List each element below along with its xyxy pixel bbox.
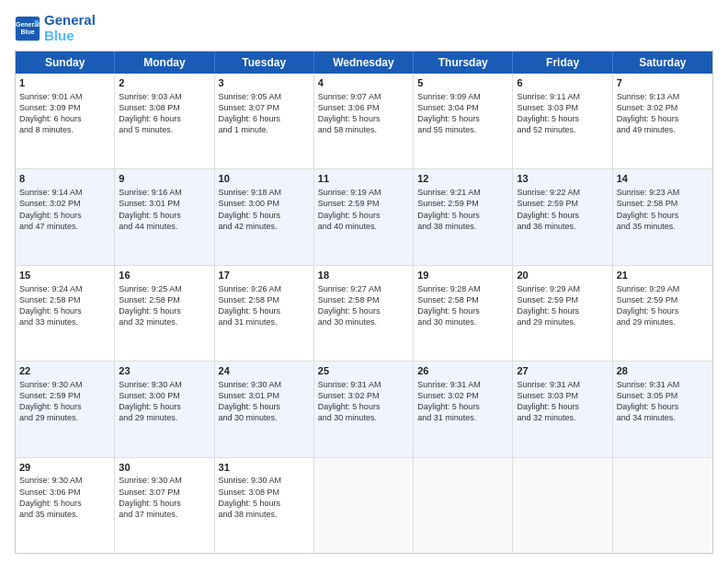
calendar-cell: 5Sunrise: 9:09 AMSunset: 3:04 PMDaylight…	[414, 74, 513, 168]
day-number: 2	[119, 76, 210, 90]
day-info: Daylight: 5 hours	[19, 401, 110, 412]
calendar-cell: 17Sunrise: 9:26 AMSunset: 2:58 PMDayligh…	[215, 266, 314, 361]
day-info: Daylight: 5 hours	[417, 210, 508, 221]
day-info: Sunrise: 9:03 AM	[119, 91, 210, 102]
day-info: and 38 minutes.	[417, 221, 508, 232]
day-info: Daylight: 5 hours	[318, 401, 409, 412]
day-info: and 29 minutes.	[517, 316, 608, 327]
day-number: 5	[417, 76, 508, 90]
day-info: Sunset: 2:59 PM	[517, 294, 608, 305]
calendar-cell: 9Sunrise: 9:16 AMSunset: 3:01 PMDaylight…	[115, 169, 214, 264]
day-number: 7	[617, 76, 709, 90]
day-info: and 38 minutes.	[219, 509, 310, 520]
page: General Blue GeneralBlue SundayMondayTue…	[0, 0, 728, 563]
day-info: Sunset: 2:58 PM	[417, 294, 508, 305]
day-info: Daylight: 5 hours	[318, 210, 409, 221]
header-day-wednesday: Wednesday	[314, 52, 414, 74]
day-info: and 8 minutes.	[19, 124, 110, 135]
day-info: Sunrise: 9:31 AM	[517, 379, 608, 390]
day-info: Daylight: 5 hours	[119, 498, 210, 509]
day-number: 4	[318, 76, 409, 90]
calendar-cell: 8Sunrise: 9:14 AMSunset: 3:02 PMDaylight…	[16, 169, 115, 264]
day-info: Sunrise: 9:30 AM	[219, 475, 310, 486]
calendar-cell: 24Sunrise: 9:30 AMSunset: 3:01 PMDayligh…	[215, 362, 314, 456]
day-number: 17	[219, 269, 310, 282]
day-number: 19	[417, 269, 508, 282]
day-info: Daylight: 5 hours	[219, 498, 310, 509]
day-info: Daylight: 5 hours	[19, 498, 110, 509]
day-info: Sunrise: 9:11 AM	[517, 91, 608, 102]
calendar-cell	[414, 458, 513, 553]
day-info: Sunrise: 9:18 AM	[219, 187, 310, 198]
day-info: Daylight: 6 hours	[19, 113, 110, 124]
day-info: Daylight: 5 hours	[617, 401, 709, 412]
day-info: Daylight: 5 hours	[417, 401, 508, 412]
calendar-cell: 6Sunrise: 9:11 AMSunset: 3:03 PMDaylight…	[513, 74, 612, 168]
calendar-cell: 21Sunrise: 9:29 AMSunset: 2:59 PMDayligh…	[613, 266, 712, 361]
day-info: Daylight: 6 hours	[119, 113, 210, 124]
logo: General Blue GeneralBlue	[15, 13, 96, 43]
day-number: 11	[318, 172, 409, 186]
day-info: Sunset: 2:58 PM	[318, 294, 409, 305]
day-info: Daylight: 5 hours	[318, 113, 409, 124]
day-info: Daylight: 5 hours	[219, 305, 310, 316]
day-info: Sunset: 3:01 PM	[219, 390, 310, 401]
day-info: Sunrise: 9:30 AM	[19, 475, 110, 486]
day-info: Sunset: 2:58 PM	[119, 294, 210, 305]
day-info: Sunset: 2:59 PM	[318, 198, 409, 209]
day-info: and 1 minute.	[219, 124, 310, 135]
day-info: and 30 minutes.	[219, 412, 310, 423]
day-info: and 33 minutes.	[19, 316, 110, 327]
calendar-row-4: 22Sunrise: 9:30 AMSunset: 2:59 PMDayligh…	[16, 361, 712, 456]
day-info: and 5 minutes.	[119, 124, 210, 135]
day-info: Sunrise: 9:30 AM	[19, 379, 110, 390]
day-info: Sunset: 3:03 PM	[517, 102, 608, 113]
day-number: 13	[517, 172, 608, 186]
day-number: 27	[517, 364, 608, 378]
day-info: Daylight: 5 hours	[417, 305, 508, 316]
day-info: Sunrise: 9:23 AM	[617, 187, 709, 198]
day-info: Daylight: 5 hours	[219, 210, 310, 221]
calendar-cell: 22Sunrise: 9:30 AMSunset: 2:59 PMDayligh…	[16, 362, 115, 456]
day-info: Sunrise: 9:29 AM	[517, 283, 608, 294]
day-number: 22	[19, 364, 110, 378]
day-info: Daylight: 5 hours	[517, 305, 608, 316]
calendar-cell	[613, 458, 712, 553]
day-info: Sunset: 3:02 PM	[19, 198, 110, 209]
day-info: and 35 minutes.	[19, 509, 110, 520]
day-info: Sunrise: 9:31 AM	[617, 379, 709, 390]
calendar-cell: 19Sunrise: 9:28 AMSunset: 2:58 PMDayligh…	[414, 266, 513, 361]
day-info: Sunset: 3:09 PM	[19, 102, 110, 113]
day-number: 25	[318, 364, 409, 378]
day-info: Sunrise: 9:29 AM	[617, 283, 709, 294]
day-info: Sunset: 3:03 PM	[517, 390, 608, 401]
header-day-monday: Monday	[115, 52, 214, 74]
header-day-thursday: Thursday	[414, 52, 513, 74]
day-info: Sunrise: 9:13 AM	[617, 91, 709, 102]
day-number: 15	[19, 269, 110, 282]
day-number: 26	[417, 364, 508, 378]
day-info: Sunset: 2:58 PM	[219, 294, 310, 305]
day-info: Sunrise: 9:30 AM	[119, 379, 210, 390]
day-number: 31	[219, 461, 310, 475]
day-number: 28	[617, 364, 709, 378]
day-number: 8	[19, 172, 110, 186]
day-number: 23	[119, 364, 210, 378]
day-info: and 49 minutes.	[617, 124, 709, 135]
day-info: Sunrise: 9:07 AM	[318, 91, 409, 102]
day-info: Sunset: 2:59 PM	[417, 198, 508, 209]
calendar-body: 1Sunrise: 9:01 AMSunset: 3:09 PMDaylight…	[16, 74, 712, 553]
day-info: Sunset: 3:06 PM	[318, 102, 409, 113]
day-info: Sunset: 3:07 PM	[119, 487, 210, 498]
calendar-cell: 27Sunrise: 9:31 AMSunset: 3:03 PMDayligh…	[513, 362, 612, 456]
day-info: Sunset: 2:58 PM	[19, 294, 110, 305]
day-info: Daylight: 5 hours	[517, 401, 608, 412]
day-info: and 32 minutes.	[119, 316, 210, 327]
day-info: Daylight: 5 hours	[617, 210, 709, 221]
day-info: and 37 minutes.	[119, 509, 210, 520]
day-info: and 42 minutes.	[219, 221, 310, 232]
day-number: 14	[617, 172, 709, 186]
header: General Blue GeneralBlue	[15, 13, 713, 43]
day-info: and 29 minutes.	[617, 316, 709, 327]
day-info: Daylight: 5 hours	[517, 113, 608, 124]
